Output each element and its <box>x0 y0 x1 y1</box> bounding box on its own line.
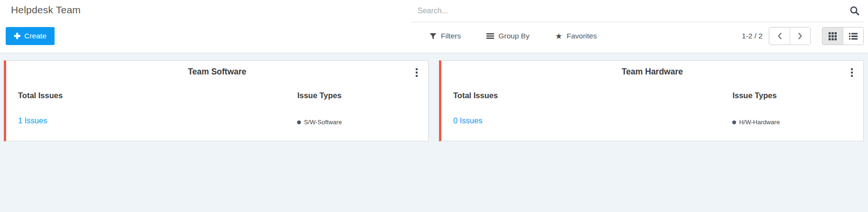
view-switcher <box>822 27 864 45</box>
issue-type-legend: H/W-Hardware <box>732 119 780 126</box>
chevron-left-icon <box>776 32 783 40</box>
legend-dot-icon <box>297 120 301 124</box>
legend-label: S/W-Software <box>304 119 342 126</box>
helpdesk-team-card[interactable]: Team Software Total Issues Issue Types 1… <box>4 60 429 141</box>
page-title: Helpdesk Team <box>11 4 81 16</box>
pager-buttons <box>769 27 811 45</box>
kebab-menu-icon[interactable] <box>849 67 855 78</box>
pager-previous-button[interactable] <box>769 28 790 45</box>
control-panel-header: Helpdesk Team ✚ Create Filters <box>0 0 868 53</box>
issue-types-label: Issue Types <box>732 91 776 100</box>
helpdesk-team-card[interactable]: Team Hardware Total Issues Issue Types 0… <box>439 60 864 141</box>
group-by-label: Group By <box>498 32 529 40</box>
pager-and-views: 1-2 / 2 <box>742 27 864 45</box>
pager-next-button[interactable] <box>790 28 810 45</box>
issues-count-link[interactable]: 1 Issues <box>18 116 47 125</box>
kanban-grid-icon <box>829 32 837 40</box>
issue-type-legend: S/W-Software <box>297 119 342 126</box>
search-bar <box>411 0 864 22</box>
create-button-label: Create <box>24 32 47 40</box>
bars-icon <box>486 33 494 39</box>
kanban-view-button[interactable] <box>822 28 843 45</box>
team-card-title: Team Hardware <box>441 67 863 77</box>
filter-funnel-icon <box>429 33 437 40</box>
total-issues-label: Total Issues <box>453 91 498 100</box>
issue-types-label: Issue Types <box>297 91 341 100</box>
issues-count-link[interactable]: 0 Issues <box>453 116 482 125</box>
search-options: Filters Group By ★ Favorites <box>429 27 597 45</box>
filters-label: Filters <box>441 32 461 40</box>
team-card-title: Team Software <box>6 67 428 77</box>
search-input[interactable] <box>411 7 864 15</box>
plus-icon: ✚ <box>14 32 20 40</box>
favorites-label: Favorites <box>567 32 597 40</box>
favorites-menu[interactable]: ★ Favorites <box>555 32 597 40</box>
chevron-right-icon <box>797 32 803 40</box>
list-view-button[interactable] <box>843 28 863 45</box>
group-by-menu[interactable]: Group By <box>486 32 529 40</box>
filters-menu[interactable]: Filters <box>429 32 461 40</box>
total-issues-label: Total Issues <box>18 91 63 100</box>
pager-range: 1-2 / 2 <box>742 32 763 40</box>
legend-dot-icon <box>732 120 736 124</box>
list-icon <box>849 33 858 40</box>
star-icon: ★ <box>555 32 562 40</box>
legend-label: H/W-Hardware <box>739 119 780 126</box>
control-row: ✚ Create Filters <box>0 24 868 45</box>
create-button[interactable]: ✚ Create <box>6 27 55 45</box>
kebab-menu-icon[interactable] <box>414 67 420 78</box>
search-icon[interactable] <box>849 6 860 16</box>
